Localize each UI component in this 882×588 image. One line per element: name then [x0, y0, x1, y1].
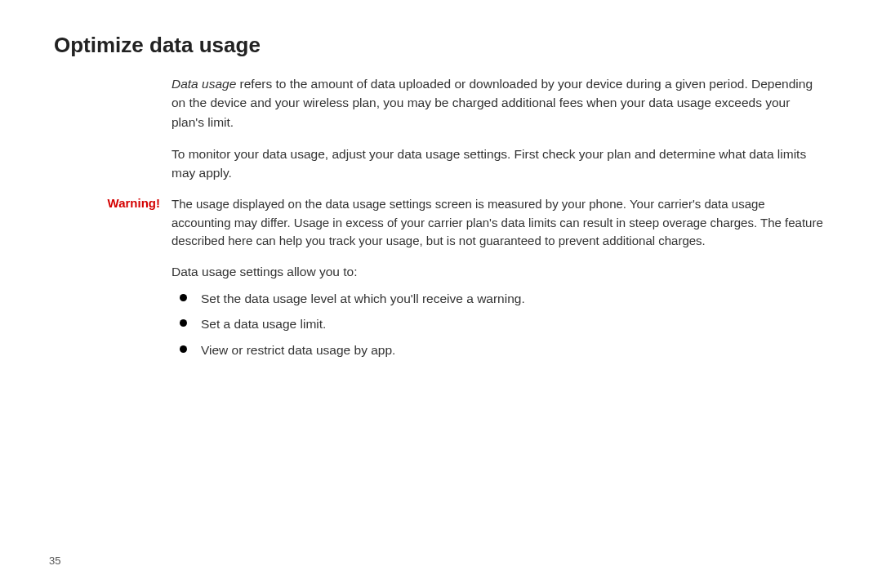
- warning-row: Warning! The usage displayed on the data…: [49, 195, 833, 251]
- list-item: Set the data usage level at which you'll…: [172, 289, 825, 308]
- intro-para-2: To monitor your data usage, adjust your …: [172, 145, 825, 183]
- list-item: View or restrict data usage by app.: [172, 341, 825, 359]
- intro-block: Data usage refers to the amount of data …: [172, 74, 825, 182]
- settings-block: Data usage settings allow you to: Set th…: [172, 262, 825, 359]
- page-number: 35: [49, 555, 60, 567]
- intro-term: Data usage: [172, 77, 236, 91]
- list-item: Set a data usage limit.: [172, 314, 825, 333]
- intro-para-1-rest: refers to the amount of data uploaded or…: [172, 77, 813, 129]
- page-title: Optimize data usage: [54, 33, 833, 58]
- intro-para-1: Data usage refers to the amount of data …: [172, 74, 825, 131]
- warning-label: Warning!: [49, 195, 172, 210]
- settings-intro: Data usage settings allow you to:: [172, 262, 825, 281]
- bullet-list: Set the data usage level at which you'll…: [172, 289, 825, 359]
- warning-text: The usage displayed on the data usage se…: [172, 195, 825, 251]
